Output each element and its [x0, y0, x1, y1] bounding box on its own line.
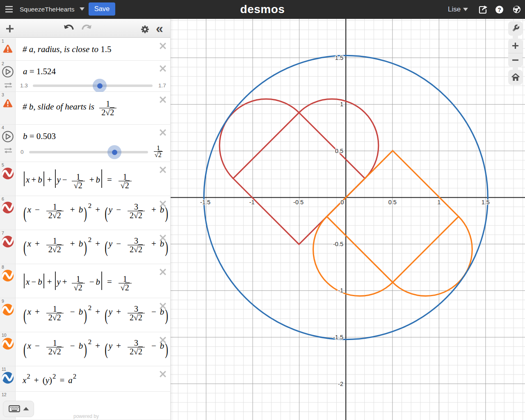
svg-text:-2: -2: [338, 381, 343, 387]
svg-text:1.5: 1.5: [335, 55, 343, 61]
svg-text:-1.5: -1.5: [333, 334, 343, 340]
svg-text:-1.5: -1.5: [200, 199, 210, 205]
svg-text:?: ?: [498, 7, 501, 13]
svg-text:1: 1: [340, 101, 343, 107]
svg-text:-0.5: -0.5: [293, 199, 304, 205]
svg-text:-1: -1: [338, 287, 343, 294]
svg-text:0: 0: [340, 199, 344, 205]
svg-text:-1: -1: [249, 199, 255, 205]
svg-text:-0.5: -0.5: [333, 241, 343, 247]
svg-text:0.5: 0.5: [335, 148, 343, 154]
svg-text:1.5: 1.5: [482, 199, 490, 205]
svg-text:1: 1: [437, 199, 441, 205]
svg-text:0.5: 0.5: [388, 199, 397, 205]
